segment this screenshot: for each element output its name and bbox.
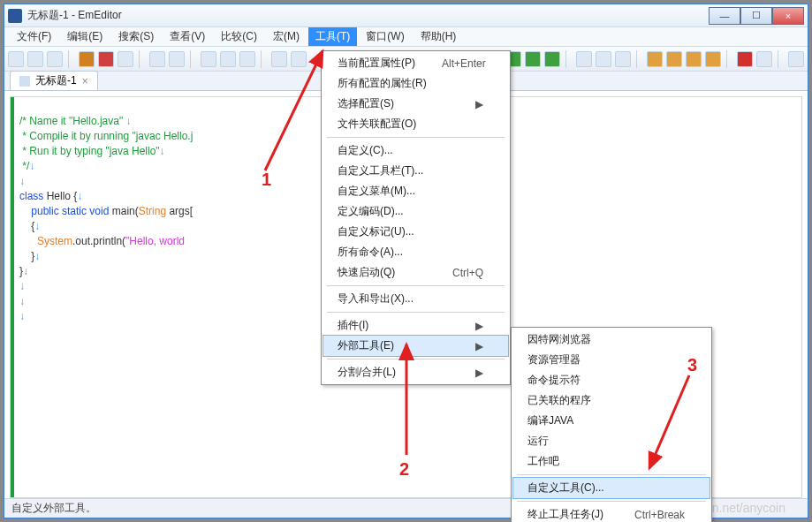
toolbar-edit-icon[interactable]: [98, 51, 114, 67]
toolbar-tool5-icon[interactable]: [686, 51, 702, 67]
menu-search[interactable]: 搜索(S): [111, 27, 161, 46]
tools-menu-item-9[interactable]: 自定义标记(U)...: [323, 222, 508, 242]
toolbar-record-icon[interactable]: [737, 51, 753, 67]
toolbar-sort-icon[interactable]: [576, 51, 592, 67]
toolbar-print-icon[interactable]: [149, 51, 165, 67]
tools-menu-item-6[interactable]: 自定义工具栏(T)...: [323, 161, 508, 181]
menu-view[interactable]: 查看(V): [163, 27, 212, 46]
ext-menu-item-2[interactable]: 命令提示符: [513, 370, 710, 390]
tab-label: 无标题-1: [35, 73, 77, 88]
toolbar-cut-icon[interactable]: [201, 51, 216, 67]
toolbar-save-icon[interactable]: [47, 51, 63, 67]
menu-window[interactable]: 窗口(W): [359, 27, 411, 46]
menu-help[interactable]: 帮助(H): [414, 27, 464, 46]
status-text: 自定义外部工具。: [11, 501, 96, 516]
tab-untitled[interactable]: 无标题-1 ×: [10, 71, 98, 90]
close-button[interactable]: ×: [772, 7, 804, 25]
tools-menu-item-18[interactable]: 分割/合并(L)▶: [323, 362, 508, 382]
toolbar-compile-icon[interactable]: [666, 51, 682, 67]
tools-menu-item-10[interactable]: 所有命令(A)...: [323, 242, 508, 262]
ext-menu-item-4[interactable]: 编译JAVA: [513, 411, 710, 431]
menubar: 文件(F) 编辑(E) 搜索(S) 查看(V) 比较(C) 宏(M) 工具(T)…: [4, 27, 808, 47]
toolbar-new-icon[interactable]: [8, 51, 24, 67]
toolbar-plugin4-icon[interactable]: [544, 51, 560, 67]
tools-menu-dropdown: 当前配置属性(P)Alt+Enter所有配置的属性(R)选择配置(S)▶文件关联…: [321, 50, 511, 385]
tools-menu-item-13[interactable]: 导入和导出(X)...: [323, 289, 508, 309]
tools-menu-item-0[interactable]: 当前配置属性(P)Alt+Enter: [323, 53, 508, 73]
ext-menu-item-8[interactable]: 自定义工具(C)...: [513, 478, 710, 498]
tools-menu-item-16[interactable]: 外部工具(E)▶: [323, 336, 508, 356]
ext-menu-item-10[interactable]: 终止工具任务(J)Ctrl+Break: [513, 504, 710, 522]
toolbar-stop-icon[interactable]: [756, 51, 772, 67]
menu-file[interactable]: 文件(F): [10, 27, 58, 46]
toolbar-redo-icon[interactable]: [291, 51, 307, 67]
toolbar-find-icon[interactable]: [615, 51, 631, 67]
ext-menu-item-6[interactable]: 工作吧: [513, 451, 710, 472]
toolbar-open-icon[interactable]: [27, 51, 43, 67]
ext-menu-item-1[interactable]: 资源管理器: [513, 350, 710, 370]
tools-menu-item-7[interactable]: 自定义菜单(M)...: [323, 181, 508, 201]
ext-menu-item-5[interactable]: 运行: [513, 431, 710, 451]
toolbar-tools-icon[interactable]: [788, 51, 804, 67]
app-icon: [8, 9, 22, 23]
menu-tools[interactable]: 工具(T): [308, 27, 357, 46]
tools-menu-item-11[interactable]: 快速启动(Q)Ctrl+Q: [323, 262, 508, 283]
toolbar-undo-icon[interactable]: [271, 51, 287, 67]
toolbar-java-icon[interactable]: [79, 51, 95, 67]
tools-menu-item-5[interactable]: 自定义(C)...: [323, 140, 508, 161]
toolbar-plugin3-icon[interactable]: [525, 51, 541, 67]
toolbar-tool6-icon[interactable]: [705, 51, 721, 67]
toolbar-run-icon[interactable]: [647, 51, 663, 67]
gutter: [11, 97, 14, 497]
menu-edit[interactable]: 编辑(E): [60, 27, 110, 46]
tools-menu-item-1[interactable]: 所有配置的属性(R): [323, 73, 508, 94]
external-tools-submenu: 因特网浏览器资源管理器命令提示符已关联的程序编译JAVA运行工作吧自定义工具(C…: [511, 327, 712, 522]
tools-menu-item-15[interactable]: 插件(I)▶: [323, 315, 508, 336]
maximize-button[interactable]: ☐: [740, 7, 772, 25]
document-icon: [19, 76, 30, 87]
ext-menu-item-0[interactable]: 因特网浏览器: [513, 329, 710, 350]
menu-compare[interactable]: 比较(C): [214, 27, 264, 46]
toolbar-copy-icon[interactable]: [220, 51, 236, 67]
titlebar: 无标题-1 - EmEditor — ☐ ×: [4, 4, 808, 27]
tools-menu-item-2[interactable]: 选择配置(S)▶: [323, 94, 508, 114]
tools-menu-item-8[interactable]: 定义编码(D)...: [323, 201, 508, 222]
tools-menu-item-3[interactable]: 文件关联配置(O): [323, 114, 508, 134]
menu-macros[interactable]: 宏(M): [266, 27, 307, 46]
toolbar-profile-icon[interactable]: [118, 51, 133, 67]
tab-close-icon[interactable]: ×: [82, 75, 88, 87]
window-title: 无标题-1 - EmEditor: [27, 8, 709, 23]
toolbar-preview-icon[interactable]: [169, 51, 185, 67]
minimize-button[interactable]: —: [709, 7, 740, 25]
toolbar-paste-icon[interactable]: [239, 51, 255, 67]
toolbar-filter-icon[interactable]: [596, 51, 611, 67]
ext-menu-item-3[interactable]: 已关联的程序: [513, 390, 710, 411]
